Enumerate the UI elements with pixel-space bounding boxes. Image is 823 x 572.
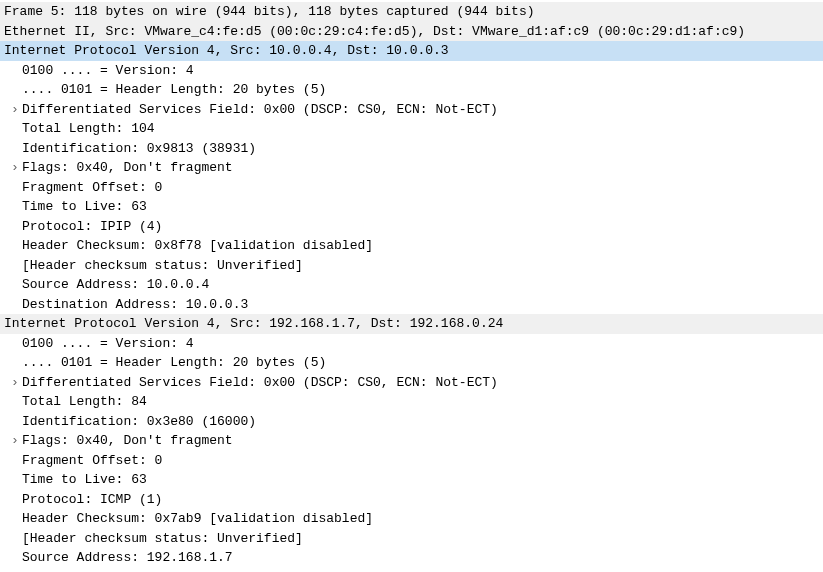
- ethernet-summary: Ethernet II, Src: VMware_c4:fe:d5 (00:0c…: [4, 22, 745, 42]
- field-text: Differentiated Services Field: 0x00 (DSC…: [22, 373, 498, 393]
- field-text: 0100 .... = Version: 4: [22, 334, 194, 354]
- field-text: Differentiated Services Field: 0x00 (DSC…: [22, 100, 498, 120]
- ipv4-inner-protocol[interactable]: Protocol: ICMP (1): [0, 490, 823, 510]
- field-text: Source Address: 192.168.1.7: [22, 548, 233, 568]
- field-text: Time to Live: 63: [22, 197, 147, 217]
- ipv4-outer-ttl[interactable]: Time to Live: 63: [0, 197, 823, 217]
- field-text: Total Length: 84: [22, 392, 147, 412]
- field-text: .... 0101 = Header Length: 20 bytes (5): [22, 80, 326, 100]
- field-text: [Header checksum status: Unverified]: [22, 529, 303, 549]
- ipv4-inner-fragment-offset[interactable]: Fragment Offset: 0: [0, 451, 823, 471]
- expand-icon[interactable]: ›: [8, 431, 22, 451]
- ipv4-inner-identification[interactable]: Identification: 0x3e80 (16000): [0, 412, 823, 432]
- ipv4-inner-checksum-status[interactable]: [Header checksum status: Unverified]: [0, 529, 823, 549]
- field-text: 0100 .... = Version: 4: [22, 61, 194, 81]
- ethernet-header[interactable]: Ethernet II, Src: VMware_c4:fe:d5 (00:0c…: [0, 22, 823, 42]
- packet-details-tree[interactable]: Frame 5: 118 bytes on wire (944 bits), 1…: [0, 0, 823, 570]
- ipv4-inner-dsf[interactable]: › Differentiated Services Field: 0x00 (D…: [0, 373, 823, 393]
- ipv4-inner-header[interactable]: Internet Protocol Version 4, Src: 192.16…: [0, 314, 823, 334]
- ipv4-inner-ttl[interactable]: Time to Live: 63: [0, 470, 823, 490]
- field-text: Identification: 0x9813 (38931): [22, 139, 256, 159]
- ipv4-outer-fragment-offset[interactable]: Fragment Offset: 0: [0, 178, 823, 198]
- field-text: Destination Address: 10.0.0.3: [22, 295, 248, 315]
- field-text: Flags: 0x40, Don't fragment: [22, 158, 233, 178]
- field-text: Header Checksum: 0x8f78 [validation disa…: [22, 236, 373, 256]
- field-text: Fragment Offset: 0: [22, 178, 162, 198]
- field-text: Identification: 0x3e80 (16000): [22, 412, 256, 432]
- ipv4-outer-flags[interactable]: › Flags: 0x40, Don't fragment: [0, 158, 823, 178]
- field-text: Fragment Offset: 0: [22, 451, 162, 471]
- ipv4-outer-total-length[interactable]: Total Length: 104: [0, 119, 823, 139]
- field-text: Header Checksum: 0x7ab9 [validation disa…: [22, 509, 373, 529]
- ipv4-inner-header-length[interactable]: .... 0101 = Header Length: 20 bytes (5): [0, 353, 823, 373]
- field-text: Source Address: 10.0.0.4: [22, 275, 209, 295]
- field-text: Total Length: 104: [22, 119, 155, 139]
- ipv4-outer-header[interactable]: Internet Protocol Version 4, Src: 10.0.0…: [0, 41, 823, 61]
- ipv4-outer-src-addr[interactable]: Source Address: 10.0.0.4: [0, 275, 823, 295]
- ipv4-inner-summary: Internet Protocol Version 4, Src: 192.16…: [4, 314, 503, 334]
- ipv4-outer-header-length[interactable]: .... 0101 = Header Length: 20 bytes (5): [0, 80, 823, 100]
- expand-icon[interactable]: ›: [8, 373, 22, 393]
- ipv4-outer-summary: Internet Protocol Version 4, Src: 10.0.0…: [4, 41, 449, 61]
- ipv4-outer-dsf[interactable]: › Differentiated Services Field: 0x00 (D…: [0, 100, 823, 120]
- ipv4-inner-src-addr[interactable]: Source Address: 192.168.1.7: [0, 548, 823, 568]
- expand-icon[interactable]: ›: [8, 158, 22, 178]
- frame-header[interactable]: Frame 5: 118 bytes on wire (944 bits), 1…: [0, 2, 823, 22]
- field-text: Time to Live: 63: [22, 470, 147, 490]
- frame-summary: Frame 5: 118 bytes on wire (944 bits), 1…: [4, 2, 535, 22]
- ipv4-outer-checksum-status[interactable]: [Header checksum status: Unverified]: [0, 256, 823, 276]
- ipv4-outer-version[interactable]: 0100 .... = Version: 4: [0, 61, 823, 81]
- field-text: [Header checksum status: Unverified]: [22, 256, 303, 276]
- ipv4-inner-total-length[interactable]: Total Length: 84: [0, 392, 823, 412]
- expand-icon[interactable]: ›: [8, 100, 22, 120]
- ipv4-inner-checksum[interactable]: Header Checksum: 0x7ab9 [validation disa…: [0, 509, 823, 529]
- ipv4-outer-protocol[interactable]: Protocol: IPIP (4): [0, 217, 823, 237]
- field-text: Protocol: ICMP (1): [22, 490, 162, 510]
- ipv4-outer-identification[interactable]: Identification: 0x9813 (38931): [0, 139, 823, 159]
- field-text: Protocol: IPIP (4): [22, 217, 162, 237]
- field-text: Flags: 0x40, Don't fragment: [22, 431, 233, 451]
- field-text: .... 0101 = Header Length: 20 bytes (5): [22, 353, 326, 373]
- ipv4-outer-dst-addr[interactable]: Destination Address: 10.0.0.3: [0, 295, 823, 315]
- ipv4-inner-version[interactable]: 0100 .... = Version: 4: [0, 334, 823, 354]
- ipv4-inner-flags[interactable]: › Flags: 0x40, Don't fragment: [0, 431, 823, 451]
- ipv4-outer-checksum[interactable]: Header Checksum: 0x8f78 [validation disa…: [0, 236, 823, 256]
